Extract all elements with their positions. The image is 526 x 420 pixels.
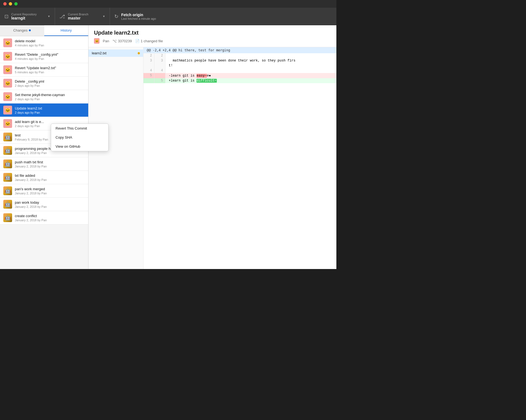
context-menu-item-view-github[interactable]: View on GitHub xyxy=(51,142,108,151)
context-menu-item-copy-sha[interactable]: Copy SHA xyxy=(51,133,108,142)
list-item[interactable]: 🐱delete model4 minutes ago by Pan xyxy=(0,36,88,50)
tab-history[interactable]: History xyxy=(44,25,88,36)
line-new-num: 3 xyxy=(154,58,165,63)
added-highlight: difficult~ xyxy=(196,79,217,83)
avatar: 🐱 xyxy=(3,52,12,61)
diff-line: t! xyxy=(143,63,336,68)
list-item[interactable]: 🐱Update learn2.txt2 days ago by Pan xyxy=(0,103,88,117)
modified-dot xyxy=(138,52,140,54)
context-menu-item-revert[interactable]: Revert This Commit xyxy=(51,124,108,133)
commit-header: Update learn2.txt 🐱 Pan ⌥ 3370239 📄 1 ch… xyxy=(88,25,336,47)
commit-title-text: delete model xyxy=(15,39,85,43)
context-menu: Revert This CommitCopy SHAView on GitHub xyxy=(51,124,109,151)
commit-meta-text: January 2, 2018 by Pan xyxy=(15,205,85,208)
commit-meta-text: 2 days ago by Pan xyxy=(15,84,85,87)
commit-title-text: Delete _config.yml xyxy=(15,79,85,83)
line-old-num: 3 xyxy=(143,58,154,63)
avatar: 🤖 xyxy=(3,200,12,209)
fetch-origin-section[interactable]: ↻ Fetch origin Last fetched a minute ago xyxy=(110,8,336,25)
avatar: 🤖 xyxy=(3,186,12,195)
commit-title-text: push math txt first xyxy=(15,160,85,164)
commit-title: Update learn2.txt xyxy=(94,30,331,36)
commit-title-text: Set theme jekyll-theme-cayman xyxy=(15,93,85,97)
list-item[interactable]: 🐱Revert "Update learn2.txt"5 minutes ago… xyxy=(0,63,88,77)
repo-label: Current Repository xyxy=(11,13,45,16)
commit-title-text: pan's work merged xyxy=(15,187,85,191)
file-item[interactable]: learn2.txt xyxy=(88,49,143,57)
list-item[interactable]: 🤖create conflictJanuary 2, 2018 by Pan xyxy=(0,211,88,225)
diff-hunk-header: @@ -2,4 +2,4 @@ hi there, test for mergi… xyxy=(143,47,336,53)
branch-icon: ⎇ xyxy=(59,13,65,19)
commit-sha: ⌥ 3370239 xyxy=(112,39,132,43)
avatar: 🤖 xyxy=(3,146,12,155)
repo-chevron-icon: ▼ xyxy=(48,15,50,18)
line-content: t! xyxy=(165,63,336,68)
avatar: 🤖 xyxy=(3,213,12,222)
commit-title-text: Revert "Delete _config.yml" xyxy=(15,52,85,57)
content-panel: Update learn2.txt 🐱 Pan ⌥ 3370239 📄 1 ch… xyxy=(88,25,336,269)
commit-meta-text: 5 minutes ago by Pan xyxy=(15,71,85,74)
line-content xyxy=(165,68,336,73)
list-item[interactable]: 🤖txt file addedJanuary 2, 2018 by Pan xyxy=(0,171,88,184)
commit-meta-text: January 2, 2018 by Pan xyxy=(15,192,85,195)
removed-highlight: easy~ xyxy=(196,74,207,78)
list-item[interactable]: 🐱Revert "Delete _config.yml"4 minutes ag… xyxy=(0,50,88,63)
branch-label: Current Branch xyxy=(68,13,100,16)
commit-title-text: create conflict xyxy=(15,214,85,218)
diff-line: 3 3 mathmatics people have been done the… xyxy=(143,58,336,63)
diff-line: 2 2 xyxy=(143,53,336,58)
fullscreen-button[interactable] xyxy=(14,2,18,5)
commit-icon: ⌥ xyxy=(112,39,117,43)
file-list: learn2.txt xyxy=(88,47,143,269)
list-item[interactable]: 🐱Delete _config.yml2 days ago by Pan xyxy=(0,77,88,90)
list-item[interactable]: 🐱Set theme jekyll-theme-cayman2 days ago… xyxy=(0,90,88,103)
line-new-num: 4 xyxy=(154,68,165,73)
author-avatar: 🐱 xyxy=(94,38,99,44)
line-content xyxy=(165,53,336,58)
avatar: 🐱 xyxy=(3,65,12,74)
diff-area: learn2.txt @@ -2,4 +2,4 @@ hi there, tes… xyxy=(88,47,336,269)
fetch-icon: ↻ xyxy=(114,13,118,19)
line-old-num: 5 xyxy=(143,73,154,78)
diff-line-added: 5 +learn git is difficult~ xyxy=(143,78,336,83)
commit-meta-text: 2 days ago by Pan xyxy=(15,111,85,114)
line-new-num: 2 xyxy=(154,53,165,58)
tab-changes[interactable]: Changes xyxy=(0,25,44,36)
commit-list: 🐱delete model4 minutes ago by Pan🐱Revert… xyxy=(0,36,88,269)
diff-line: 4 4 xyxy=(143,68,336,73)
commit-meta-text: January 2, 2018 by Pan xyxy=(15,219,85,222)
line-new-num: 5 xyxy=(154,78,165,83)
commit-title-text: Update learn2.txt xyxy=(15,106,85,110)
close-button[interactable] xyxy=(3,2,7,5)
main-layout: Changes History 🐱delete model4 minutes a… xyxy=(0,25,336,269)
list-item[interactable]: 🤖pan work todayJanuary 2, 2018 by Pan xyxy=(0,198,88,211)
diff-view: @@ -2,4 +2,4 @@ hi there, test for mergi… xyxy=(143,47,336,269)
files-icon: 📄 xyxy=(135,39,140,43)
list-item[interactable]: 🤖pan's work mergedJanuary 2, 2018 by Pan xyxy=(0,184,88,198)
avatar: 🐱 xyxy=(3,38,12,47)
commit-meta-text: 2 days ago by Pan xyxy=(15,97,85,101)
commit-meta-text: January 2, 2018 by Pan xyxy=(15,165,85,168)
fetch-label: Fetch origin xyxy=(121,13,332,17)
avatar: 🤖 xyxy=(3,173,12,182)
commit-title-text: add learn git is e... xyxy=(15,120,85,124)
current-branch-section[interactable]: ⎇ Current Branch master ▼ xyxy=(55,8,110,25)
line-content: -learn git is easy~⊘● xyxy=(165,73,336,78)
sidebar-tabs: Changes History xyxy=(0,25,88,36)
author-name: Pan xyxy=(103,39,109,43)
commit-title-text: txt file added xyxy=(15,173,85,178)
line-content: mathmatics people have been done their w… xyxy=(165,58,336,63)
avatar: 🐱 xyxy=(3,119,12,128)
list-item[interactable]: 🤖push math txt firstJanuary 2, 2018 by P… xyxy=(0,157,88,171)
current-repo-section[interactable]: ⊡ Current Repository learngit ▼ xyxy=(0,8,55,25)
fetch-time: Last fetched a minute ago xyxy=(121,17,332,20)
toolbar: ⊡ Current Repository learngit ▼ ⎇ Curren… xyxy=(0,8,336,25)
commit-meta-text: January 2, 2018 by Pan xyxy=(15,178,85,181)
commit-details-row: 🐱 Pan ⌥ 3370239 📄 1 changed file xyxy=(94,38,331,44)
minimize-button[interactable] xyxy=(9,2,12,5)
branch-name: master xyxy=(68,16,100,20)
commit-meta-text: 4 minutes ago by Pan xyxy=(15,57,85,60)
avatar: 🐱 xyxy=(3,92,12,101)
line-new-num xyxy=(154,73,165,78)
line-old-num xyxy=(143,63,154,68)
